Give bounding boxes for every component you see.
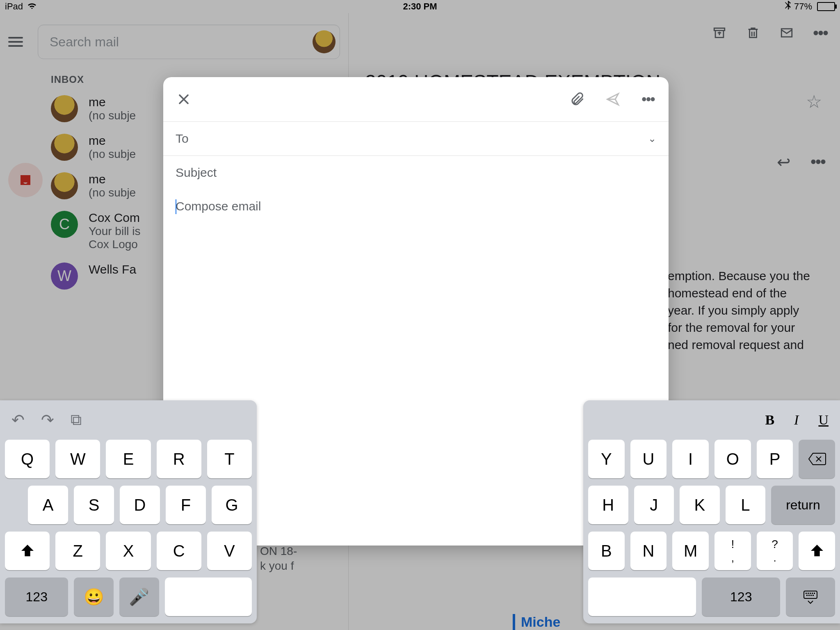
key-l[interactable]: L xyxy=(726,486,766,524)
format-underline-icon[interactable]: U xyxy=(818,412,829,428)
attach-icon[interactable] xyxy=(569,91,586,107)
key-p[interactable]: P xyxy=(757,440,793,478)
key-question-period[interactable]: ?. xyxy=(757,532,793,570)
key-f[interactable]: F xyxy=(166,486,206,524)
key-shift[interactable] xyxy=(799,532,835,570)
key-x[interactable]: X xyxy=(106,532,151,570)
key-r[interactable]: R xyxy=(157,440,201,478)
svg-rect-5 xyxy=(814,593,815,594)
format-bold-icon[interactable]: B xyxy=(765,412,774,428)
key-s[interactable]: S xyxy=(74,486,114,524)
close-icon[interactable] xyxy=(176,91,192,107)
key-j[interactable]: J xyxy=(634,486,674,524)
undo-icon[interactable]: ↶ xyxy=(11,411,25,429)
subject-field-row[interactable]: Subject xyxy=(163,155,669,189)
key-exclaim-comma[interactable]: !, xyxy=(714,532,751,570)
key-h[interactable]: H xyxy=(588,486,628,524)
to-label: To xyxy=(176,132,189,146)
compose-more-icon[interactable]: ••• xyxy=(640,91,656,107)
key-123[interactable]: 123 xyxy=(702,578,780,616)
svg-rect-3 xyxy=(810,593,811,594)
svg-rect-2 xyxy=(808,593,809,594)
key-backspace[interactable] xyxy=(799,440,835,478)
key-t[interactable]: T xyxy=(207,440,252,478)
key-w[interactable]: W xyxy=(55,440,100,478)
svg-rect-8 xyxy=(810,595,812,596)
svg-rect-4 xyxy=(812,593,813,594)
key-v[interactable]: V xyxy=(207,532,252,570)
send-icon[interactable] xyxy=(605,91,621,107)
key-g[interactable]: G xyxy=(212,486,252,524)
key-u[interactable]: U xyxy=(630,440,667,478)
text-cursor xyxy=(176,199,176,214)
key-space[interactable] xyxy=(165,578,252,616)
key-dictation[interactable]: 🎤 xyxy=(119,578,159,616)
svg-rect-9 xyxy=(813,595,814,596)
svg-rect-6 xyxy=(806,595,808,596)
svg-rect-7 xyxy=(808,595,810,596)
key-q[interactable]: Q xyxy=(5,440,50,478)
key-m[interactable]: M xyxy=(672,532,709,570)
key-b[interactable]: B xyxy=(588,532,625,570)
key-hide-keyboard[interactable] xyxy=(786,578,835,616)
to-field-row[interactable]: To ⌄ xyxy=(163,121,669,155)
key-k[interactable]: K xyxy=(680,486,720,524)
key-o[interactable]: O xyxy=(714,440,751,478)
key-n[interactable]: N xyxy=(630,532,667,570)
format-italic-icon[interactable]: I xyxy=(794,412,799,428)
clipboard-icon[interactable]: ⧉ xyxy=(71,411,82,429)
svg-rect-1 xyxy=(806,593,807,594)
key-shift[interactable] xyxy=(5,532,50,570)
chevron-down-icon[interactable]: ⌄ xyxy=(648,133,656,144)
redo-icon[interactable]: ↷ xyxy=(41,411,54,429)
key-emoji[interactable]: 😀 xyxy=(74,578,114,616)
key-return[interactable]: return xyxy=(771,486,835,524)
key-e[interactable]: E xyxy=(106,440,151,478)
key-a[interactable]: A xyxy=(28,486,68,524)
key-z[interactable]: Z xyxy=(55,532,100,570)
keyboard-left: ↶ ↷ ⧉ Q W E R T A S D F G Z X C V 123 😀 … xyxy=(0,400,257,623)
key-c[interactable]: C xyxy=(157,532,201,570)
body-placeholder: Compose email xyxy=(176,199,261,213)
subject-placeholder: Subject xyxy=(176,166,217,180)
key-123[interactable]: 123 xyxy=(5,578,68,616)
key-d[interactable]: D xyxy=(120,486,160,524)
key-i[interactable]: I xyxy=(672,440,709,478)
key-space[interactable] xyxy=(588,578,696,616)
key-y[interactable]: Y xyxy=(588,440,625,478)
keyboard-right: B I U Y U I O P H J K L return B N M !, … xyxy=(583,400,840,623)
